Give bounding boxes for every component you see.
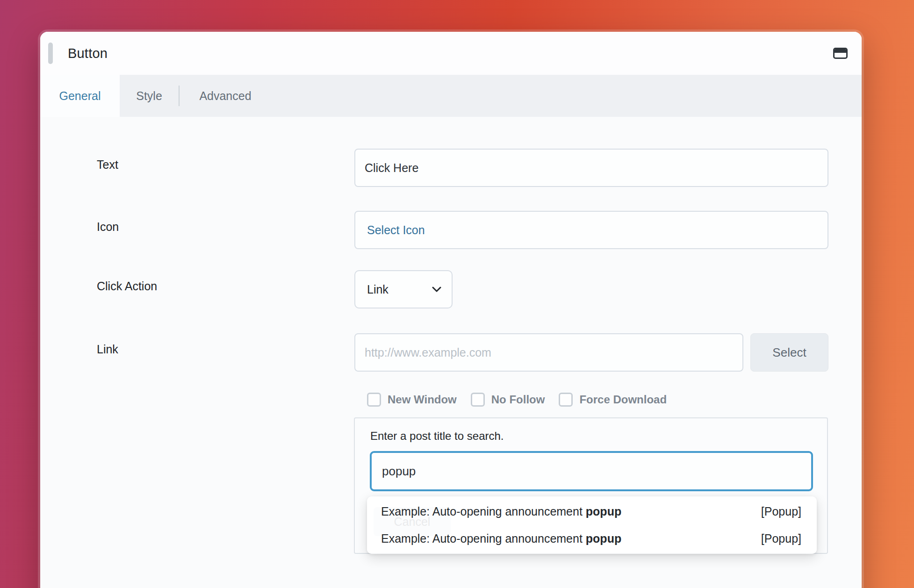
text-field-row: Text [97, 149, 828, 187]
search-result-item[interactable]: Example: Auto-opening announcement popup… [367, 498, 817, 525]
force-download-label: Force Download [579, 393, 667, 406]
search-result-item[interactable]: Example: Auto-opening announcement popup… [367, 525, 817, 552]
tab-bar: General Style Advanced [40, 75, 862, 117]
post-search-hint: Enter a post title to search. [370, 430, 504, 443]
search-results-dropdown: Example: Auto-opening announcement popup… [367, 496, 817, 554]
link-select-button[interactable]: Select [750, 333, 828, 372]
click-action-label: Click Action [97, 270, 354, 308]
tab-advanced[interactable]: Advanced [180, 75, 271, 117]
dialog-header: Button [40, 32, 862, 75]
checkbox-icon[interactable] [559, 393, 573, 407]
no-follow-label: No Follow [491, 393, 545, 406]
window-icon[interactable] [833, 48, 848, 59]
icon-field-label: Icon [97, 211, 354, 249]
link-field-row: Link Select [97, 333, 828, 372]
result-type-badge: [Popup] [761, 532, 801, 545]
tab-general[interactable]: General [40, 75, 120, 117]
result-title: Example: Auto-opening announcement [381, 505, 586, 518]
button-settings-dialog: Button General Style Advanced Text Icon … [40, 32, 862, 588]
result-type-badge: [Popup] [761, 505, 801, 518]
select-icon-link[interactable]: Select Icon [367, 223, 425, 237]
text-field-label: Text [97, 149, 354, 187]
settings-form: Text Icon Select Icon Click Action Link [40, 117, 862, 554]
checkbox-icon[interactable] [367, 393, 381, 407]
post-search-input[interactable] [370, 451, 813, 491]
click-action-selected-value: Link [367, 283, 389, 296]
link-options-row: New Window No Follow Force Download [367, 392, 828, 408]
result-title: Example: Auto-opening announcement [381, 532, 586, 545]
icon-picker-box: Select Icon [354, 211, 828, 249]
icon-field-row: Icon Select Icon [97, 211, 828, 249]
checkbox-icon[interactable] [471, 393, 485, 407]
drag-handle[interactable] [48, 43, 53, 64]
new-window-label: New Window [388, 393, 457, 406]
link-field-label: Link [97, 333, 354, 372]
chevron-down-icon [432, 287, 441, 292]
force-download-checkbox[interactable]: Force Download [559, 393, 667, 407]
button-text-input[interactable] [354, 149, 828, 187]
tab-style[interactable]: Style [120, 75, 179, 117]
new-window-checkbox[interactable]: New Window [367, 393, 457, 407]
result-match-highlight: popup [586, 532, 621, 545]
click-action-select[interactable]: Link [354, 270, 453, 308]
post-search-panel: Enter a post title to search. Cancel Exa… [354, 417, 828, 554]
click-action-row: Click Action Link [97, 270, 828, 308]
dialog-title: Button [68, 46, 108, 61]
result-match-highlight: popup [586, 505, 621, 518]
no-follow-checkbox[interactable]: No Follow [471, 393, 545, 407]
link-url-input[interactable] [354, 333, 743, 372]
